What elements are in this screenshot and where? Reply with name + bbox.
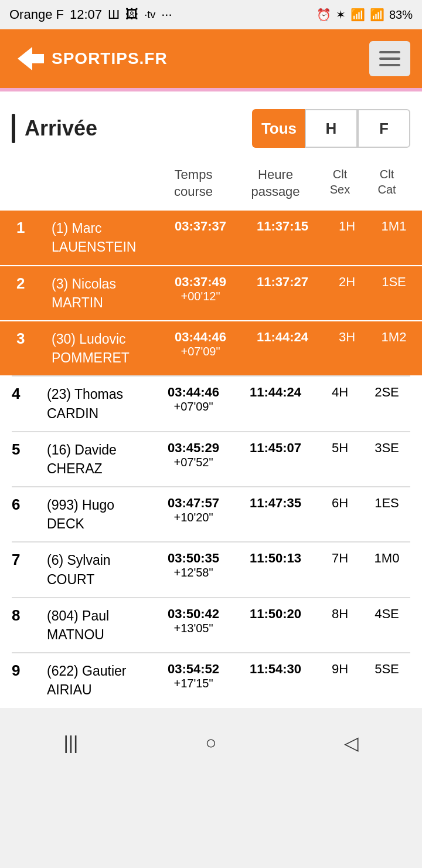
heure-val-8: 11:50:20: [250, 606, 301, 622]
rank-9: 9: [12, 662, 47, 680]
time-text: 12:07: [70, 7, 102, 22]
sim-icon: Ш: [108, 7, 120, 22]
main-time-8: 03:50:42: [168, 606, 219, 622]
nav-menu-button[interactable]: |||: [46, 726, 96, 760]
cltsex-9: 9H: [316, 662, 363, 677]
lastname-9: AIRIAU: [47, 680, 152, 699]
heure-val-2: 11:37:27: [257, 274, 308, 290]
heure-7: 11:50:13: [234, 551, 316, 566]
menu-button[interactable]: [369, 41, 410, 76]
diff-8: +13'05": [173, 622, 213, 635]
filter-f-button[interactable]: F: [358, 109, 410, 148]
lastname-4: CARDIN: [47, 404, 152, 423]
section-title: Arrivée: [25, 116, 97, 141]
name-8: (804) Paul MATNOU: [47, 606, 152, 644]
temps-1: 03:37:37: [159, 219, 241, 234]
column-headers: Temps course Heure passage CltSex CltCat: [12, 162, 410, 209]
result-row-6: 6 (993) Hugo DECK 03:47:57 +10'20" 11:47…: [12, 486, 410, 541]
filter-tous-button[interactable]: Tous: [252, 109, 305, 148]
diff-3: +07'09": [181, 345, 220, 358]
cltcat-8: 4SE: [363, 606, 410, 622]
bib-firstname-8: (804) Paul: [47, 606, 152, 625]
cltsex-2: 2H: [324, 274, 370, 290]
filter-h-button[interactable]: H: [305, 109, 358, 148]
cltsex-8: 8H: [316, 606, 363, 622]
col-rank-header: [12, 167, 47, 200]
logo-icon: [12, 41, 47, 76]
main-time-2: 03:37:49: [175, 274, 226, 290]
cltcat-5: 3SE: [363, 440, 410, 456]
diff-2: +00'12": [181, 290, 220, 303]
main-time-5: 03:45:29: [168, 440, 219, 456]
cltcat-1: 1M1: [370, 219, 417, 234]
cltcat-7: 1M0: [363, 551, 410, 566]
result-row-7: 7 (6) Sylvain COURT 03:50:35 +12'58" 11:…: [12, 541, 410, 596]
lastname-1: LAUENSTEIN: [52, 238, 159, 256]
filter-buttons: Tous H F: [252, 109, 410, 148]
header: SPORTIPS.FR: [0, 29, 422, 88]
temps-6: 03:47:57 +10'20": [152, 496, 234, 524]
result-row-1: 1 (1) Marc LAUENSTEIN 03:37:37 11:37:15 …: [0, 209, 422, 265]
lastname-6: DECK: [47, 514, 152, 533]
nav-home-button[interactable]: ○: [188, 726, 234, 760]
bib-firstname-9: (622) Gautier: [47, 662, 152, 680]
heure-val-7: 11:50:13: [250, 551, 301, 566]
result-row-2: 2 (3) Nicolas MARTIN 03:37:49 +00'12" 11…: [0, 265, 422, 320]
cltsex-6: 6H: [316, 496, 363, 511]
col-name-header: [47, 167, 152, 200]
temps-2: 03:37:49 +00'12": [159, 274, 241, 303]
heure-val-4: 11:44:24: [250, 385, 301, 400]
status-right: ⏰ ✶ 📶 📶 83%: [316, 8, 413, 22]
carrier-text: Orange F: [9, 7, 64, 22]
col-temps-header: Temps course: [152, 167, 234, 200]
name-6: (993) Hugo DECK: [47, 496, 152, 533]
rank-5: 5: [12, 440, 47, 459]
name-1: (1) Marc LAUENSTEIN: [52, 219, 159, 256]
status-left: Orange F 12:07 Ш 🖼 ·tv ···: [9, 7, 172, 22]
dots-icon: ···: [161, 7, 172, 22]
col-cltsex-header: CltSex: [316, 167, 363, 200]
diff-7: +12'58": [173, 566, 213, 579]
bib-firstname-4: (23) Thomas: [47, 385, 152, 404]
heure-val-5: 11:45:07: [250, 440, 301, 456]
bib-firstname-3: (30) Ludovic: [52, 330, 159, 348]
rank-2: 2: [16, 274, 52, 293]
section-header: Arrivée Tous H F: [12, 109, 410, 148]
heure-4: 11:44:24: [234, 385, 316, 400]
cltcat-3: 1M2: [370, 330, 417, 345]
temps-4: 03:44:46 +07'09": [152, 385, 234, 413]
heure-5: 11:45:07: [234, 440, 316, 456]
main-time-1: 03:37:37: [175, 219, 226, 234]
cltsex-5: 5H: [316, 440, 363, 456]
tv-icon: ·tv: [144, 9, 155, 21]
bib-firstname-5: (16) Davide: [47, 440, 152, 459]
heure-9: 11:54:30: [234, 662, 316, 677]
result-row-3: 3 (30) Ludovic POMMERET 03:44:46 +07'09"…: [0, 320, 422, 375]
temps-7: 03:50:35 +12'58": [152, 551, 234, 579]
name-5: (16) Davide CHERAZ: [47, 440, 152, 478]
bib-firstname-1: (1) Marc: [52, 219, 159, 238]
main-time-9: 03:54:52: [168, 662, 219, 677]
main-time-6: 03:47:57: [168, 496, 219, 511]
name-4: (23) Thomas CARDIN: [47, 385, 152, 422]
heure-2: 11:37:27: [241, 274, 324, 290]
section-title-bar: [12, 114, 15, 143]
cltcat-9: 5SE: [363, 662, 410, 677]
nav-back-button[interactable]: ◁: [326, 726, 376, 760]
signal-icon: 📶: [370, 8, 384, 22]
cltsex-1: 1H: [324, 219, 370, 234]
result-row-5: 5 (16) Davide CHERAZ 03:45:29 +07'52" 11…: [12, 431, 410, 486]
heure-val-9: 11:54:30: [250, 662, 301, 677]
results-container: 1 (1) Marc LAUENSTEIN 03:37:37 11:37:15 …: [12, 209, 410, 707]
rank-1: 1: [16, 219, 52, 237]
alarm-icon: ⏰: [316, 8, 331, 22]
heure-val-1: 11:37:15: [257, 219, 308, 234]
wifi-icon: 📶: [350, 8, 365, 22]
logo-text: SPORTIPS.FR: [52, 49, 168, 68]
logo-area: SPORTIPS.FR: [12, 41, 168, 76]
heure-6: 11:47:35: [234, 496, 316, 511]
name-9: (622) Gautier AIRIAU: [47, 662, 152, 699]
temps-3: 03:44:46 +07'09": [159, 330, 241, 358]
bluetooth-icon: ✶: [336, 8, 346, 22]
temps-9: 03:54:52 +17'15": [152, 662, 234, 690]
